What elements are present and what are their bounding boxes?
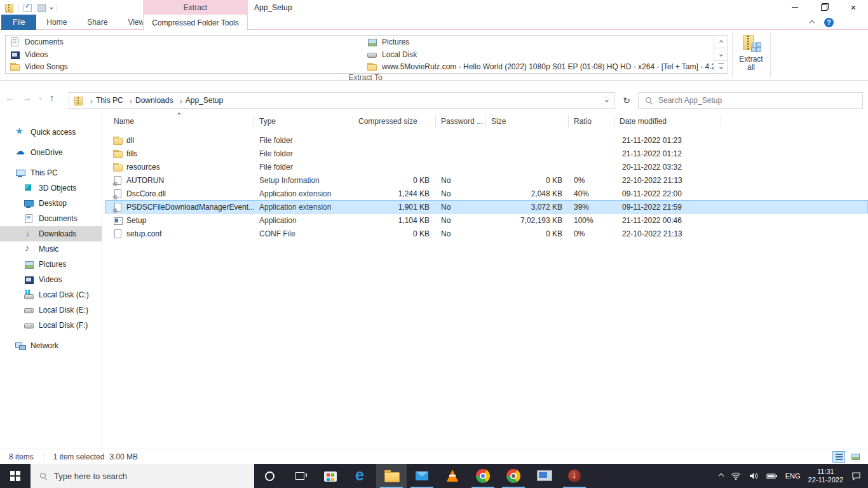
file-row-dll[interactable]: dll File folder 21-11-2022 01:23 [105,133,868,147]
sidebar-item-this-pc[interactable]: This PC [0,165,102,180]
up-icon[interactable]: ↑ [50,92,55,103]
details-view-button[interactable] [832,451,845,463]
refresh-icon[interactable]: ↻ [619,92,634,109]
task-view-button[interactable] [285,464,315,488]
gallery-more-icon[interactable] [714,61,728,73]
breadcrumb-item[interactable]: Downloads [126,96,174,105]
gallery-item[interactable]: Videos [6,48,363,61]
breadcrumb-item[interactable]: App_Setup [177,96,224,105]
sidebar-item-3d-objects[interactable]: 3D Objects [0,180,102,196]
forward-icon[interactable]: → [22,92,32,103]
qat-check-icon[interactable] [22,3,32,13]
file-row-Setup[interactable]: Setup Application 1,104 KB No 7,02,193 K… [105,214,868,227]
taskbar-search-input[interactable] [54,471,219,481]
breadcrumb-label: Downloads [134,96,174,105]
taskbar-app-icon [566,468,583,484]
taskbar-app-remote-desktop[interactable] [529,464,559,488]
column-header-ratio[interactable]: Ratio [569,115,614,128]
sidebar-item-videos[interactable]: Videos [0,272,102,287]
address-bar[interactable]: This PC Downloads App_Setup [69,92,615,109]
column-header-type[interactable]: Type [254,115,353,128]
battery-icon[interactable] [766,471,778,481]
action-center-icon[interactable] [851,471,862,481]
wifi-icon[interactable] [731,471,741,481]
column-header-password[interactable]: Password ... [436,115,486,128]
tray-expand-chevron-icon[interactable] [718,473,723,478]
taskbar-search[interactable] [31,464,254,488]
search-box[interactable] [638,92,863,109]
sidebar-item-local-disk-c[interactable]: Local Disk (C:) [0,287,102,302]
thumbnails-view-icon [851,454,860,460]
file-type: File folder [254,133,353,147]
sidebar-item-icon [24,290,34,300]
file-row-setup.conf[interactable]: setup.conf CONF File 0 KB No 0 KB 0% 22-… [105,227,868,240]
qat-customize-chevron-icon[interactable] [50,6,53,10]
tab-file[interactable]: File [1,15,36,30]
extract-all-button[interactable]: Extract all [735,32,768,79]
sidebar-item-network[interactable]: Network [0,338,102,353]
back-icon[interactable]: ← [5,92,15,103]
sidebar-item-documents[interactable]: Documents [0,211,102,226]
qat-box-icon[interactable] [36,3,46,13]
file-row-AUTORUN[interactable]: AUTORUN Setup Information 0 KB No 0 KB 0… [105,173,868,187]
sidebar-item-onedrive[interactable]: OneDrive [0,145,102,160]
gallery-item[interactable]: Pictures [363,36,714,48]
file-row-PSDSCFileDownloadManagerEvent...[interactable]: PSDSCFileDownloadManagerEvent... Applica… [105,200,868,214]
file-row-fills[interactable]: fills File folder 21-11-2022 01:12 [105,147,868,160]
sidebar-item-local-disk-e[interactable]: Local Disk (E:) [0,302,102,318]
taskbar-app-mail[interactable] [407,464,437,488]
file-type: Application [254,214,353,227]
gallery-item[interactable]: www.5MovieRulz.com - Hello World (2022) … [363,60,714,73]
volume-icon[interactable] [749,471,759,481]
gallery-item[interactable]: Documents [6,36,363,48]
taskbar-app-vlc[interactable] [437,464,468,488]
close-button[interactable]: × [839,0,868,15]
taskbar-app-edge[interactable] [346,464,376,488]
collapse-ribbon-icon[interactable] [810,20,815,25]
column-header-size[interactable]: Size [486,115,569,128]
extract-all-icon [742,34,761,53]
column-header-compressed-size[interactable]: Compressed size [353,115,436,128]
thumbnails-view-button[interactable] [849,451,862,463]
tab-compressed-folder-tools[interactable]: Compressed Folder Tools [143,15,248,30]
sidebar-item-pictures[interactable]: Pictures [0,257,102,272]
search-input[interactable] [658,96,836,105]
column-header-date-modified[interactable]: Date modified [614,115,721,128]
breadcrumb-item[interactable]: This PC [87,96,125,105]
start-button[interactable] [0,464,31,488]
taskbar-app-store[interactable] [315,464,346,488]
sidebar-item-downloads[interactable]: Downloads [0,226,102,241]
recent-locations-chevron-icon[interactable] [39,96,43,100]
column-header-name[interactable]: Name [105,115,254,128]
tab-share[interactable]: Share [77,15,118,30]
tab-home[interactable]: Home [36,15,77,30]
file-size: 7,02,193 KB [486,214,569,227]
sidebar-item-desktop[interactable]: Desktop [0,196,102,211]
gallery-scroll-down-icon[interactable] [714,48,728,61]
gallery-scroll-up-icon[interactable] [714,36,728,48]
file-type-icon [112,229,123,239]
sidebar-item-icon [24,274,34,285]
file-row-resources[interactable]: resources File folder 20-11-2022 03:32 [105,160,868,173]
cortana-button[interactable] [254,464,285,488]
gallery-item[interactable]: Local Disk [363,48,714,61]
sidebar-item-icon [24,320,34,330]
taskbar-app-chrome-profile-2[interactable] [498,464,529,488]
clock[interactable]: 11:31 22-11-2022 [808,468,843,484]
gallery-item-label: www.5MovieRulz.com - Hello World (2022) … [382,62,714,71]
restore-button[interactable] [810,0,839,15]
gallery-column-2: Pictures Local Disk www.5MovieRulz.com -… [363,36,714,73]
file-row-DscCore.dll[interactable]: DscCore.dll Application extension 1,244 … [105,187,868,200]
sidebar-item-local-disk-f[interactable]: Local Disk (F:) [0,318,102,333]
taskbar-app-idm[interactable] [559,464,590,488]
taskbar-app-chrome[interactable] [468,464,498,488]
help-icon[interactable]: ? [824,18,834,27]
language-indicator[interactable]: ENG [785,472,801,480]
sidebar: Quick access OneDrive This PC 3D Objects [0,112,102,449]
sidebar-item-quick-access[interactable]: Quick access [0,125,102,140]
gallery-item[interactable]: Video Songs [6,60,363,73]
minimize-button[interactable] [780,0,810,15]
sidebar-item-music[interactable]: Music [0,241,102,257]
taskbar-app-file-explorer[interactable] [376,464,407,488]
address-dropdown-chevron-icon[interactable] [599,99,614,102]
